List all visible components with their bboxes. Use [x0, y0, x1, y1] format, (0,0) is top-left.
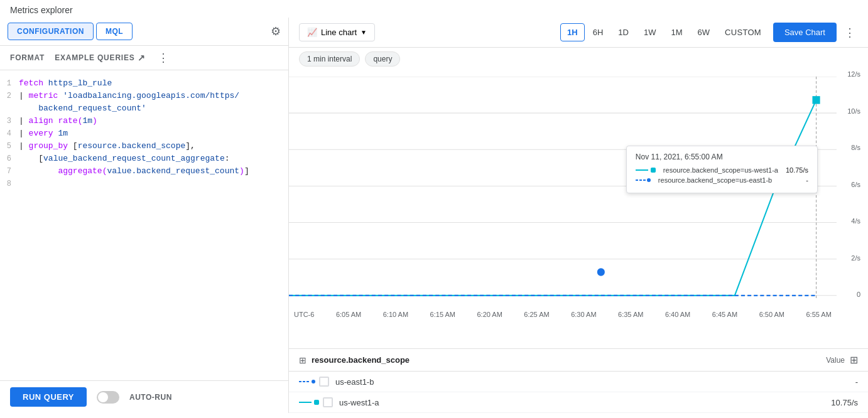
chart-toolbar: 📈 Line chart ▼ 1H 6H 1D 1W 1M 6W CUSTOM … — [289, 18, 868, 48]
time-range-group: 1H 6H 1D 1W 1M 6W CUSTOM — [560, 23, 768, 41]
legend-row-west: us-west1-a 10.75/s — [289, 392, 868, 413]
y-label-10: 10/s — [847, 107, 860, 115]
code-editor[interactable]: 1 fetch https_lb_rule 2 | metric 'loadba… — [0, 70, 288, 380]
top-toolbar: CONFIGURATION MQL ⚙ — [0, 18, 288, 46]
tag-query[interactable]: query — [365, 51, 400, 67]
legend-item-east-value: - — [855, 377, 858, 387]
legend-columns-icon[interactable]: ⊞ — [850, 354, 858, 366]
left-panel: CONFIGURATION MQL ⚙ FORMAT EXAMPLE QUERI… — [0, 18, 289, 413]
line-chart-icon: 📈 — [307, 28, 317, 37]
x-label-635: 6:35 AM — [618, 311, 643, 318]
y-label-8: 8/s — [851, 144, 860, 151]
y-label-12: 12/s — [847, 70, 860, 78]
chart-more-options-button[interactable]: ⋮ — [842, 23, 858, 42]
editor-toolbar: FORMAT EXAMPLE QUERIES ↗ ⋮ — [0, 46, 288, 70]
legend-title: resource.backend_scope — [312, 355, 410, 365]
settings-button[interactable]: ⚙ — [271, 24, 281, 38]
time-1h-button[interactable]: 1H — [560, 23, 585, 41]
legend-checkbox-west[interactable] — [323, 397, 333, 407]
tooltip: Nov 11, 2021, 6:55:00 AM resource.backen… — [626, 146, 818, 193]
legend-dot-east — [312, 380, 315, 383]
legend-row-east: us-east1-b - — [289, 372, 868, 392]
tooltip-line-teal — [636, 169, 648, 171]
time-custom-button[interactable]: CUSTOM — [718, 23, 768, 41]
time-6h-button[interactable]: 6H — [586, 23, 610, 41]
chart-type-dropdown-arrow: ▼ — [361, 29, 367, 36]
y-label-2: 2/s — [851, 254, 860, 262]
tooltip-value-1: 10.75/s — [783, 166, 808, 174]
code-line-2b: backend_request_count' — [0, 103, 288, 115]
chart-type-button[interactable]: 📈 Line chart ▼ — [299, 23, 375, 41]
time-6w-button[interactable]: 6W — [691, 23, 717, 41]
tooltip-label-2: resource.backend_scope=us-east1-b — [658, 176, 778, 184]
x-label-650: 6:50 AM — [759, 311, 784, 318]
legend-area: ⊞ resource.backend_scope Value ⊞ us-east… — [289, 348, 868, 413]
time-1d-button[interactable]: 1D — [611, 23, 636, 41]
tag-interval[interactable]: 1 min interval — [299, 51, 360, 67]
run-query-button[interactable]: RUN QUERY — [10, 387, 87, 407]
x-label-620: 6:20 AM — [477, 311, 502, 318]
code-line-7: 7 aggregate(value.backend_request_count)… — [0, 166, 288, 178]
legend-item-east-name: us-east1-b — [335, 377, 374, 387]
x-label-655: 6:55 AM — [806, 311, 831, 318]
tooltip-title: Nov 11, 2021, 6:55:00 AM — [636, 153, 808, 161]
legend-item-west-name: us-west1-a — [339, 398, 379, 407]
svg-rect-9 — [812, 96, 820, 104]
format-label: FORMAT — [10, 53, 45, 62]
external-link-icon: ↗ — [138, 53, 146, 63]
x-label-610: 6:10 AM — [383, 311, 408, 318]
code-line-4: 4 | every 1m — [0, 128, 288, 141]
legend-line-west — [299, 400, 319, 405]
example-queries-link[interactable]: EXAMPLE QUERIES ↗ — [55, 53, 145, 63]
tooltip-row-1: resource.backend_scope=us-west1-a 10.75/… — [636, 166, 808, 174]
x-label-605: 6:05 AM — [336, 311, 361, 318]
x-axis: UTC-6 6:05 AM 6:10 AM 6:15 AM 6:20 AM 6:… — [289, 311, 837, 318]
tooltip-row-2: resource.backend_scope=us-east1-b - — [636, 176, 808, 184]
tab-mql[interactable]: MQL — [96, 23, 133, 40]
editor-more-options[interactable]: ⋮ — [158, 51, 169, 65]
code-line-6: 6 [value_backend_request_count_aggregate… — [0, 153, 288, 166]
tooltip-label-1: resource.backend_scope=us-west1-a — [663, 166, 778, 174]
x-label-630: 6:30 AM — [571, 311, 596, 318]
tab-configuration[interactable]: CONFIGURATION — [8, 23, 94, 40]
chart-area: 12/s 10/s 8/s 6/s 4/s 2/s 0 — [289, 70, 868, 348]
right-panel: 📈 Line chart ▼ 1H 6H 1D 1W 1M 6W CUSTOM … — [289, 18, 868, 413]
code-line-8: 8 — [0, 178, 288, 191]
tooltip-swatch-teal — [651, 168, 656, 173]
y-label-4: 4/s — [851, 217, 860, 225]
code-line-2: 2 | metric 'loadbalancing.googleapis.com… — [0, 90, 288, 103]
legend-item-west-value: 10.75/s — [831, 398, 858, 407]
code-line-1: 1 fetch https_lb_rule — [0, 78, 288, 90]
legend-value-label: Value — [826, 356, 845, 365]
auto-run-toggle[interactable] — [97, 391, 119, 404]
chart-tags: 1 min interval query — [289, 48, 868, 70]
legend-group-icon: ⊞ — [299, 355, 307, 365]
tooltip-dot-blue — [647, 178, 651, 182]
bottom-toolbar: RUN QUERY AUTO-RUN — [0, 380, 288, 413]
time-1w-button[interactable]: 1W — [637, 23, 663, 41]
y-label-0: 0 — [857, 291, 860, 298]
tooltip-value-2: - — [783, 176, 808, 184]
x-label-615: 6:15 AM — [430, 311, 455, 318]
code-line-5: 5 | group_by [resource.backend_scope], — [0, 141, 288, 153]
legend-header: ⊞ resource.backend_scope Value ⊞ — [289, 349, 868, 372]
code-line-3: 3 | align rate(1m) — [0, 115, 288, 128]
y-label-6: 6/s — [851, 181, 860, 188]
time-1m-button[interactable]: 1M — [664, 23, 689, 41]
x-label-625: 6:25 AM — [524, 311, 549, 318]
x-label-utc: UTC-6 — [294, 311, 314, 318]
y-axis: 12/s 10/s 8/s 6/s 4/s 2/s 0 — [847, 70, 860, 298]
svg-point-8 — [598, 269, 604, 275]
legend-swatch-west — [314, 400, 319, 405]
save-chart-button[interactable]: Save Chart — [773, 23, 837, 42]
x-label-640: 6:40 AM — [665, 311, 690, 318]
app-title: Metrics explorer — [0, 0, 868, 18]
chart-type-label: Line chart — [321, 28, 357, 37]
auto-run-label: AUTO-RUN — [129, 393, 172, 402]
legend-checkbox-east[interactable] — [319, 377, 329, 387]
x-label-645: 6:45 AM — [712, 311, 737, 318]
legend-line-east — [299, 380, 315, 383]
